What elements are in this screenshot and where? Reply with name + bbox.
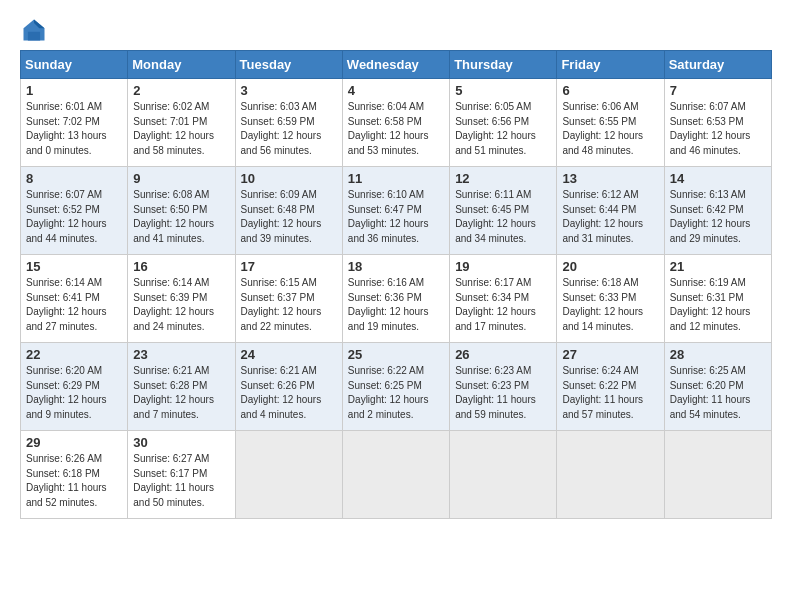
table-row: 19Sunrise: 6:17 AM Sunset: 6:34 PM Dayli… [450, 255, 557, 343]
day-info: Sunrise: 6:20 AM Sunset: 6:29 PM Dayligh… [26, 364, 123, 422]
calendar-week-5: 29Sunrise: 6:26 AM Sunset: 6:18 PM Dayli… [21, 431, 772, 519]
calendar-week-3: 15Sunrise: 6:14 AM Sunset: 6:41 PM Dayli… [21, 255, 772, 343]
day-number: 17 [241, 259, 338, 274]
day-info: Sunrise: 6:11 AM Sunset: 6:45 PM Dayligh… [455, 188, 552, 246]
day-number: 11 [348, 171, 445, 186]
table-row: 9Sunrise: 6:08 AM Sunset: 6:50 PM Daylig… [128, 167, 235, 255]
day-number: 10 [241, 171, 338, 186]
day-info: Sunrise: 6:16 AM Sunset: 6:36 PM Dayligh… [348, 276, 445, 334]
day-info: Sunrise: 6:21 AM Sunset: 6:26 PM Dayligh… [241, 364, 338, 422]
table-row: 8Sunrise: 6:07 AM Sunset: 6:52 PM Daylig… [21, 167, 128, 255]
day-info: Sunrise: 6:06 AM Sunset: 6:55 PM Dayligh… [562, 100, 659, 158]
day-info: Sunrise: 6:22 AM Sunset: 6:25 PM Dayligh… [348, 364, 445, 422]
day-number: 7 [670, 83, 767, 98]
table-row [235, 431, 342, 519]
day-info: Sunrise: 6:13 AM Sunset: 6:42 PM Dayligh… [670, 188, 767, 246]
table-row [450, 431, 557, 519]
day-number: 24 [241, 347, 338, 362]
table-row: 3Sunrise: 6:03 AM Sunset: 6:59 PM Daylig… [235, 79, 342, 167]
day-number: 18 [348, 259, 445, 274]
table-row: 16Sunrise: 6:14 AM Sunset: 6:39 PM Dayli… [128, 255, 235, 343]
day-number: 22 [26, 347, 123, 362]
calendar-week-4: 22Sunrise: 6:20 AM Sunset: 6:29 PM Dayli… [21, 343, 772, 431]
day-info: Sunrise: 6:08 AM Sunset: 6:50 PM Dayligh… [133, 188, 230, 246]
table-row: 29Sunrise: 6:26 AM Sunset: 6:18 PM Dayli… [21, 431, 128, 519]
table-row: 11Sunrise: 6:10 AM Sunset: 6:47 PM Dayli… [342, 167, 449, 255]
table-row: 28Sunrise: 6:25 AM Sunset: 6:20 PM Dayli… [664, 343, 771, 431]
logo [20, 16, 52, 44]
day-number: 9 [133, 171, 230, 186]
page: Sunday Monday Tuesday Wednesday Thursday… [0, 0, 792, 612]
day-number: 27 [562, 347, 659, 362]
day-info: Sunrise: 6:21 AM Sunset: 6:28 PM Dayligh… [133, 364, 230, 422]
day-number: 5 [455, 83, 552, 98]
table-row: 15Sunrise: 6:14 AM Sunset: 6:41 PM Dayli… [21, 255, 128, 343]
day-info: Sunrise: 6:24 AM Sunset: 6:22 PM Dayligh… [562, 364, 659, 422]
table-row [557, 431, 664, 519]
table-row: 22Sunrise: 6:20 AM Sunset: 6:29 PM Dayli… [21, 343, 128, 431]
day-number: 8 [26, 171, 123, 186]
day-number: 28 [670, 347, 767, 362]
day-info: Sunrise: 6:27 AM Sunset: 6:17 PM Dayligh… [133, 452, 230, 510]
day-number: 15 [26, 259, 123, 274]
table-row: 18Sunrise: 6:16 AM Sunset: 6:36 PM Dayli… [342, 255, 449, 343]
day-info: Sunrise: 6:25 AM Sunset: 6:20 PM Dayligh… [670, 364, 767, 422]
day-info: Sunrise: 6:03 AM Sunset: 6:59 PM Dayligh… [241, 100, 338, 158]
table-row: 2Sunrise: 6:02 AM Sunset: 7:01 PM Daylig… [128, 79, 235, 167]
table-row: 20Sunrise: 6:18 AM Sunset: 6:33 PM Dayli… [557, 255, 664, 343]
day-info: Sunrise: 6:07 AM Sunset: 6:52 PM Dayligh… [26, 188, 123, 246]
day-number: 29 [26, 435, 123, 450]
table-row: 21Sunrise: 6:19 AM Sunset: 6:31 PM Dayli… [664, 255, 771, 343]
day-number: 30 [133, 435, 230, 450]
table-row: 26Sunrise: 6:23 AM Sunset: 6:23 PM Dayli… [450, 343, 557, 431]
day-info: Sunrise: 6:10 AM Sunset: 6:47 PM Dayligh… [348, 188, 445, 246]
day-info: Sunrise: 6:17 AM Sunset: 6:34 PM Dayligh… [455, 276, 552, 334]
day-number: 4 [348, 83, 445, 98]
calendar-week-1: 1Sunrise: 6:01 AM Sunset: 7:02 PM Daylig… [21, 79, 772, 167]
col-saturday: Saturday [664, 51, 771, 79]
col-thursday: Thursday [450, 51, 557, 79]
table-row: 17Sunrise: 6:15 AM Sunset: 6:37 PM Dayli… [235, 255, 342, 343]
day-info: Sunrise: 6:23 AM Sunset: 6:23 PM Dayligh… [455, 364, 552, 422]
day-number: 14 [670, 171, 767, 186]
day-info: Sunrise: 6:04 AM Sunset: 6:58 PM Dayligh… [348, 100, 445, 158]
table-row: 25Sunrise: 6:22 AM Sunset: 6:25 PM Dayli… [342, 343, 449, 431]
day-info: Sunrise: 6:19 AM Sunset: 6:31 PM Dayligh… [670, 276, 767, 334]
day-info: Sunrise: 6:15 AM Sunset: 6:37 PM Dayligh… [241, 276, 338, 334]
day-number: 3 [241, 83, 338, 98]
table-row [664, 431, 771, 519]
table-row: 12Sunrise: 6:11 AM Sunset: 6:45 PM Dayli… [450, 167, 557, 255]
day-number: 13 [562, 171, 659, 186]
day-info: Sunrise: 6:26 AM Sunset: 6:18 PM Dayligh… [26, 452, 123, 510]
logo-icon [20, 16, 48, 44]
col-monday: Monday [128, 51, 235, 79]
day-number: 1 [26, 83, 123, 98]
col-friday: Friday [557, 51, 664, 79]
day-number: 6 [562, 83, 659, 98]
day-info: Sunrise: 6:09 AM Sunset: 6:48 PM Dayligh… [241, 188, 338, 246]
header [20, 16, 772, 44]
day-info: Sunrise: 6:12 AM Sunset: 6:44 PM Dayligh… [562, 188, 659, 246]
table-row: 14Sunrise: 6:13 AM Sunset: 6:42 PM Dayli… [664, 167, 771, 255]
table-row: 30Sunrise: 6:27 AM Sunset: 6:17 PM Dayli… [128, 431, 235, 519]
table-row: 10Sunrise: 6:09 AM Sunset: 6:48 PM Dayli… [235, 167, 342, 255]
day-info: Sunrise: 6:02 AM Sunset: 7:01 PM Dayligh… [133, 100, 230, 158]
day-info: Sunrise: 6:14 AM Sunset: 6:39 PM Dayligh… [133, 276, 230, 334]
table-row: 1Sunrise: 6:01 AM Sunset: 7:02 PM Daylig… [21, 79, 128, 167]
table-row: 27Sunrise: 6:24 AM Sunset: 6:22 PM Dayli… [557, 343, 664, 431]
day-number: 25 [348, 347, 445, 362]
table-row: 13Sunrise: 6:12 AM Sunset: 6:44 PM Dayli… [557, 167, 664, 255]
col-sunday: Sunday [21, 51, 128, 79]
col-tuesday: Tuesday [235, 51, 342, 79]
table-row: 7Sunrise: 6:07 AM Sunset: 6:53 PM Daylig… [664, 79, 771, 167]
day-info: Sunrise: 6:05 AM Sunset: 6:56 PM Dayligh… [455, 100, 552, 158]
day-number: 12 [455, 171, 552, 186]
table-row: 24Sunrise: 6:21 AM Sunset: 6:26 PM Dayli… [235, 343, 342, 431]
day-number: 19 [455, 259, 552, 274]
day-info: Sunrise: 6:18 AM Sunset: 6:33 PM Dayligh… [562, 276, 659, 334]
day-number: 23 [133, 347, 230, 362]
table-row [342, 431, 449, 519]
day-info: Sunrise: 6:01 AM Sunset: 7:02 PM Dayligh… [26, 100, 123, 158]
day-info: Sunrise: 6:07 AM Sunset: 6:53 PM Dayligh… [670, 100, 767, 158]
col-wednesday: Wednesday [342, 51, 449, 79]
